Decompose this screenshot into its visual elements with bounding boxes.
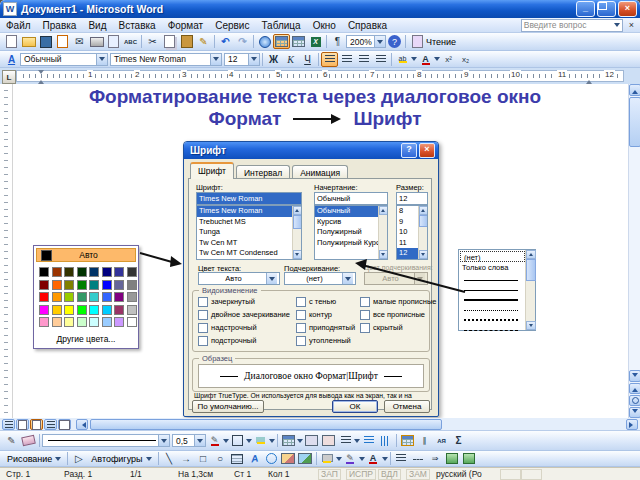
styles-formatting-icon[interactable]: A	[3, 52, 20, 67]
color-swatch[interactable]	[64, 292, 74, 302]
color-swatch[interactable]	[77, 317, 87, 327]
select-objects-icon[interactable]: ▷	[70, 451, 87, 466]
table-autoformat-icon[interactable]	[399, 433, 416, 448]
font-style-list[interactable]: Обычный Курсив Полужирный Полужирный Кур…	[314, 205, 388, 260]
dialog-titlebar[interactable]: Шрифт ? ×	[184, 142, 438, 159]
font-style-input[interactable]: Обычный	[314, 192, 388, 205]
superscript-button[interactable]: x²	[440, 52, 457, 67]
ok-button[interactable]: ОК	[332, 400, 378, 413]
subscript-button[interactable]: x₂	[457, 52, 474, 67]
chevron-down-icon[interactable]	[194, 435, 205, 446]
print-layout-view-button[interactable]	[30, 419, 43, 430]
color-swatch[interactable]	[114, 292, 124, 302]
scroll-right-icon[interactable]	[626, 419, 638, 430]
align-left-button[interactable]	[321, 52, 338, 67]
color-swatch[interactable]	[89, 280, 99, 290]
chevron-down-icon[interactable]	[382, 457, 388, 464]
status-overtype-indicator[interactable]: ЗАМ	[406, 469, 430, 480]
font-size-combo[interactable]: 12	[224, 53, 260, 66]
show-marks-icon[interactable]: ¶	[329, 34, 346, 49]
insert-hyperlink-icon[interactable]	[256, 34, 273, 49]
chevron-down-icon[interactable]	[269, 439, 275, 446]
right-indent-marker[interactable]	[586, 77, 592, 84]
color-swatch[interactable]	[39, 305, 49, 315]
vertical-scrollbar[interactable]	[628, 84, 640, 418]
scrollbar[interactable]	[525, 250, 535, 330]
redo-icon[interactable]: ↷	[234, 34, 251, 49]
scrollbar-thumb[interactable]	[629, 97, 640, 147]
rectangle-icon[interactable]: □	[195, 451, 212, 466]
line-color-icon[interactable]: ✎	[342, 451, 359, 466]
tab-animation[interactable]: Анимация	[292, 165, 348, 179]
underline-combo[interactable]: (нет)	[284, 272, 356, 285]
normal-view-button[interactable]	[2, 419, 15, 430]
list-item[interactable]: Times New Roman	[197, 206, 301, 217]
auto-color-item[interactable]: Авто	[36, 248, 136, 262]
print-preview-icon[interactable]	[105, 34, 122, 49]
justify-button[interactable]	[372, 52, 389, 67]
close-button[interactable]: ×	[618, 1, 637, 17]
checkbox-small-caps[interactable]	[360, 297, 370, 307]
checkbox-engrave[interactable]	[296, 336, 306, 346]
highlight-color-icon[interactable]: ab	[394, 52, 411, 67]
color-swatch[interactable]	[89, 267, 99, 277]
status-track-indicator[interactable]: ИСПР	[346, 469, 376, 480]
dash-style-icon[interactable]	[410, 451, 427, 466]
eraser-icon[interactable]	[20, 433, 37, 448]
first-line-indent-marker[interactable]	[38, 70, 44, 77]
underline-none-item[interactable]: (нет)	[460, 251, 525, 262]
menu-insert[interactable]: Вставка	[112, 20, 161, 31]
scrollbar[interactable]	[378, 206, 387, 259]
underline-words-item[interactable]: Только слова	[459, 262, 525, 273]
color-swatch[interactable]	[102, 267, 112, 277]
color-swatch[interactable]	[89, 317, 99, 327]
list-item[interactable]: Полужирный	[315, 227, 387, 238]
line-icon[interactable]: ╲	[161, 451, 178, 466]
align-right-button[interactable]	[355, 52, 372, 67]
dialog-help-button[interactable]: ?	[401, 143, 417, 158]
chevron-down-icon[interactable]	[342, 273, 353, 284]
scrollbar[interactable]	[418, 206, 427, 259]
line-style-combo[interactable]	[42, 434, 170, 447]
split-cells-icon[interactable]	[320, 433, 337, 448]
checkbox-double-strikethrough[interactable]	[198, 310, 208, 320]
document-close-button[interactable]: ×	[623, 20, 640, 30]
cut-icon[interactable]: ✂	[144, 34, 161, 49]
merge-cells-icon[interactable]	[303, 433, 320, 448]
next-page-icon[interactable]	[629, 407, 640, 418]
list-item[interactable]: Tunga	[197, 227, 301, 238]
underline-button[interactable]: Ч	[299, 52, 316, 67]
scroll-down-icon[interactable]	[629, 370, 640, 382]
list-item[interactable]: Tw Cen MT Condensed	[197, 248, 301, 259]
style-combo[interactable]: Обычный	[20, 53, 108, 66]
underline-style-item[interactable]	[459, 303, 525, 313]
checkbox-all-caps[interactable]	[360, 310, 370, 320]
chevron-down-icon[interactable]	[248, 54, 259, 65]
color-swatch[interactable]	[89, 305, 99, 315]
color-swatch[interactable]	[127, 292, 137, 302]
outside-border-icon[interactable]	[229, 433, 246, 448]
hanging-indent-marker[interactable]	[38, 77, 44, 84]
status-rec-indicator[interactable]: ЗАП	[318, 469, 341, 480]
font-color-icon[interactable]: А	[365, 451, 382, 466]
color-swatch[interactable]	[127, 305, 137, 315]
chevron-down-icon[interactable]	[96, 54, 107, 65]
scroll-up-icon[interactable]	[629, 84, 640, 96]
text-box-icon[interactable]	[229, 451, 246, 466]
list-item[interactable]: Обычный	[315, 206, 387, 217]
chevron-down-icon[interactable]	[266, 273, 277, 284]
font-combo[interactable]: Times New Roman	[110, 53, 222, 66]
color-swatch[interactable]	[114, 280, 124, 290]
scrollbar[interactable]	[292, 206, 301, 259]
draw-menu-button[interactable]: Рисование	[3, 454, 65, 464]
color-swatch[interactable]	[102, 280, 112, 290]
undo-icon[interactable]: ↶	[217, 34, 234, 49]
tables-and-borders-icon[interactable]	[273, 34, 290, 49]
color-swatch[interactable]	[89, 292, 99, 302]
more-colors-item[interactable]: Другие цвета...	[36, 333, 136, 345]
color-swatch[interactable]	[39, 280, 49, 290]
default-button[interactable]: По умолчанию...	[192, 400, 264, 413]
distribute-columns-icon[interactable]	[377, 433, 394, 448]
underline-style-item[interactable]	[459, 273, 525, 283]
menu-tools[interactable]: Сервис	[209, 20, 255, 31]
